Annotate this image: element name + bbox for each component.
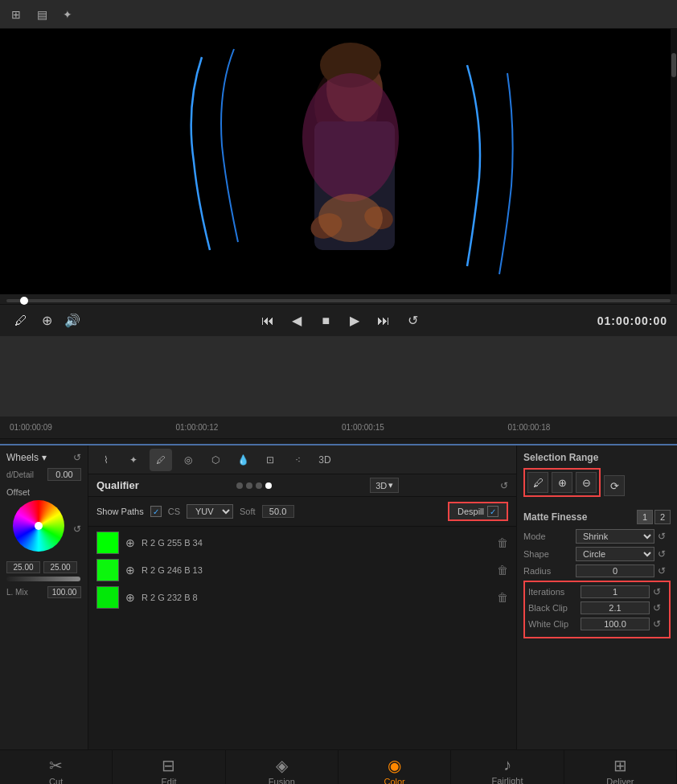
swatch-add-1[interactable]: ⊕ xyxy=(125,564,135,577)
progress-thumb[interactable] xyxy=(20,297,28,305)
nav-fairlight-label: Fairlight xyxy=(491,776,523,784)
audio-tool[interactable]: 🔊 xyxy=(61,310,84,332)
nav-fairlight[interactable]: ♪ Fairlight xyxy=(451,750,564,784)
hex-tool-icon[interactable]: ⬡ xyxy=(204,449,227,471)
eyedropper-minus-icon[interactable]: ⊖ xyxy=(576,472,597,493)
eyedropper-main-icon[interactable]: 🖊 xyxy=(150,449,172,471)
skip-forward-button[interactable]: ⏭ xyxy=(372,310,395,332)
color-wheel[interactable] xyxy=(13,500,64,552)
swatch-2[interactable] xyxy=(96,586,119,609)
matte-tab-2[interactable]: 2 xyxy=(654,510,671,524)
swatch-del-1[interactable]: 🗑 xyxy=(497,564,508,577)
qualifier-header: Qualifier 3D ▾ ↺ xyxy=(88,474,516,497)
progress-row xyxy=(0,294,677,304)
skip-to-start-button[interactable]: ⏮ xyxy=(256,310,279,332)
lmix-value[interactable]: 100.00 xyxy=(47,586,81,598)
mode-reset[interactable]: ↺ xyxy=(658,531,671,542)
lum-sliders: 25.00 25.00 xyxy=(6,561,81,573)
lum-low-value[interactable]: 25.00 xyxy=(6,561,40,573)
detail-label: d/Detail xyxy=(6,470,34,479)
right-panel: Selection Range 🖊 ⊕ ⊖ ⟳ Matte Finesse 1 … xyxy=(516,445,677,749)
swatch-0[interactable] xyxy=(96,532,119,554)
detail-row: d/Detail 0.00 xyxy=(6,468,81,481)
iterations-reset[interactable]: ↺ xyxy=(653,586,666,597)
target-tool-icon[interactable]: ✦ xyxy=(122,449,145,471)
cs-select[interactable]: YUV RGB HSL xyxy=(187,504,233,519)
qualifier-dots xyxy=(236,482,272,489)
detail-value[interactable]: 0.00 xyxy=(47,468,81,481)
grid-icon[interactable]: ⊞ xyxy=(6,5,26,24)
shape-label: Shape xyxy=(523,549,576,559)
loop-button[interactable]: ↺ xyxy=(401,310,424,332)
dot-3[interactable] xyxy=(265,482,272,489)
nav-deliver-label: Deliver xyxy=(606,777,634,785)
swatch-add-0[interactable]: ⊕ xyxy=(125,536,135,549)
top-toolbar: ⊞ ▤ ✦ xyxy=(0,0,677,29)
box-tool-icon[interactable]: ⊡ xyxy=(259,449,281,471)
shape-reset[interactable]: ↺ xyxy=(658,548,671,560)
swatch-1[interactable] xyxy=(96,559,119,581)
cycle-icon[interactable]: ⟳ xyxy=(604,475,625,496)
magic-icon[interactable]: ✦ xyxy=(58,5,77,24)
3d-mode-icon[interactable]: 3D xyxy=(314,449,336,471)
dot-2[interactable] xyxy=(256,482,262,489)
nav-color[interactable]: ◉ Color xyxy=(338,750,451,784)
nav-fusion[interactable]: ◈ Fusion xyxy=(226,750,338,784)
nav-edit[interactable]: ⊟ Edit xyxy=(113,750,225,784)
video-scrollbar[interactable] xyxy=(671,29,677,294)
monitor-icon[interactable]: ▤ xyxy=(32,5,51,24)
swatch-del-2[interactable]: 🗑 xyxy=(497,591,508,604)
swatch-del-0[interactable]: 🗑 xyxy=(497,536,508,549)
dot-1[interactable] xyxy=(246,482,252,489)
black-clip-value[interactable]: 2.1 xyxy=(581,601,650,614)
progress-track[interactable] xyxy=(6,299,671,302)
lmix-row: L. Mix 100.00 xyxy=(6,586,81,598)
swatch-row-2: ⊕ R 2 G 232 B 8 🗑 xyxy=(96,586,508,609)
dots-tool-icon[interactable]: ⁖ xyxy=(286,449,309,471)
black-clip-reset[interactable]: ↺ xyxy=(653,602,666,614)
view-3d-button[interactable]: 3D ▾ xyxy=(370,478,399,493)
video-canvas xyxy=(121,41,556,282)
qualifier-reset-icon[interactable]: ↺ xyxy=(500,480,508,491)
svg-point-8 xyxy=(318,194,383,242)
wheels-label[interactable]: Wheels ▾ xyxy=(6,452,47,463)
swatch-add-2[interactable]: ⊕ xyxy=(125,591,135,604)
iterations-value[interactable]: 1 xyxy=(581,585,650,598)
lum-slider-bar[interactable] xyxy=(6,577,80,581)
fusion-icon: ◈ xyxy=(276,756,288,775)
step-back-button[interactable]: ◀ xyxy=(285,310,308,332)
mode-select[interactable]: Shrink Grow xyxy=(576,529,654,544)
white-clip-value[interactable]: 100.0 xyxy=(581,618,650,630)
matte-tab-1[interactable]: 1 xyxy=(637,510,653,524)
drop-tool-icon[interactable]: 💧 xyxy=(232,449,254,471)
despill-button[interactable]: Despill xyxy=(448,502,508,521)
dot-0[interactable] xyxy=(236,482,243,489)
radius-value[interactable]: 0 xyxy=(576,564,654,577)
eyedropper-tool[interactable]: 🖊 xyxy=(10,310,32,332)
despill-checkbox[interactable] xyxy=(487,506,499,517)
swatch-row-1: ⊕ R 2 G 246 B 13 🗑 xyxy=(96,559,508,581)
play-button[interactable]: ▶ xyxy=(343,310,366,332)
ruler-mark-0: 01:00:00:09 xyxy=(6,423,173,432)
white-clip-reset[interactable]: ↺ xyxy=(653,618,666,630)
nav-deliver[interactable]: ⊞ Deliver xyxy=(564,750,677,784)
eyedropper-plus-icon[interactable]: ⊕ xyxy=(552,472,572,493)
timeline-track-bar xyxy=(0,439,677,445)
layer-tool[interactable]: ⊕ xyxy=(35,310,58,332)
shape-select[interactable]: Circle Square xyxy=(576,547,654,561)
soft-value[interactable]: 50.0 xyxy=(262,505,294,518)
stop-button[interactable]: ■ xyxy=(314,310,337,332)
eyedropper-icon[interactable]: 🖊 xyxy=(527,472,548,493)
lum-high-value[interactable]: 25.00 xyxy=(43,561,77,573)
ruler-mark-3: 01:00:00:18 xyxy=(505,423,671,432)
curve-tool-icon[interactable]: ⌇ xyxy=(95,449,117,471)
wheels-reset-icon[interactable]: ↺ xyxy=(73,452,81,463)
show-paths-checkbox[interactable] xyxy=(150,506,162,517)
nav-cut[interactable]: ✂ Cut xyxy=(0,750,113,784)
ruler-mark-2: 01:00:00:15 xyxy=(338,423,505,432)
offset-reset-icon[interactable]: ↺ xyxy=(73,523,81,535)
radius-reset[interactable]: ↺ xyxy=(658,565,671,577)
left-sidebar: Wheels ▾ ↺ d/Detail 0.00 Offset ↺ 25.00 … xyxy=(0,445,88,749)
nav-fusion-label: Fusion xyxy=(269,777,295,785)
circle-tool-icon[interactable]: ◎ xyxy=(177,449,199,471)
